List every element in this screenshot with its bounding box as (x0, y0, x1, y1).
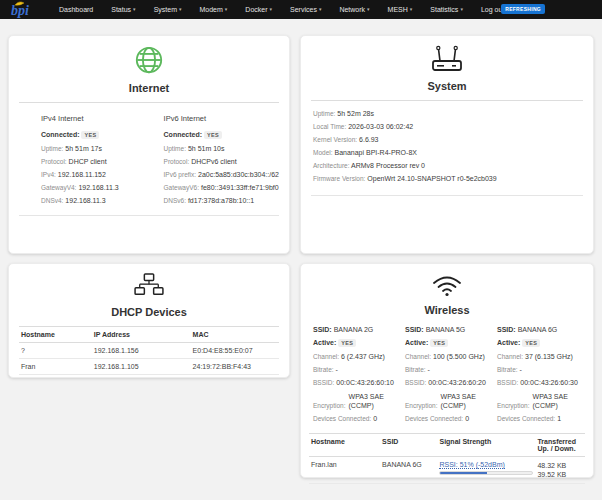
client-ssid: BANANA 6G (380, 457, 437, 484)
chevron-down-icon: ▾ (133, 0, 136, 19)
nav-item-modem[interactable]: Modem▾ (190, 0, 236, 19)
refreshing-toggle-button[interactable]: REFRESHING (501, 4, 545, 14)
bpi-logo[interactable]: bpi (10, 1, 44, 18)
client-signal-cell: RSSI: 51% (-52dBm) (437, 457, 535, 484)
devices-connected-value: 0 (373, 415, 377, 422)
table-row: Fran.lan BANANA 6G RSSI: 51% (-52dBm) 48… (309, 457, 585, 484)
ipv4-address: 192.168.11.152 (58, 171, 106, 178)
bitrate-value: - (428, 366, 430, 373)
globe-icon (134, 45, 164, 75)
system-card: System Uptime: 5h 52m 28s Local Time: 20… (300, 35, 594, 254)
client-hostname: Fran.lan (309, 457, 380, 484)
wireless-networks: SSID: BANANA 2G Active: YES Channel: 6 (… (301, 316, 593, 425)
bpi-logo-icon: bpi (10, 1, 44, 18)
channel-value: 37 (6.135 GHz) (525, 353, 573, 360)
encryption-value: WPA3 SAE (CCMP) (349, 392, 393, 410)
main-menu: Dashboard Status▾ System▾ Modem▾ Docker▾… (50, 0, 513, 19)
rssi-tooltip-text[interactable]: RSSI: 51% (-52dBm) (439, 461, 504, 469)
active-status-badge: YES (522, 339, 540, 347)
network-devices-icon (132, 273, 166, 299)
nav-item-status[interactable]: Status▾ (102, 0, 144, 19)
table-row: Fran 192.168.1.105 24:19:72:BB:F4:43 (19, 359, 279, 375)
ssid-value: BANANA 5G (426, 326, 466, 333)
column-header-signal: Signal Strength (437, 434, 535, 457)
signal-strength-bar-fill (440, 472, 487, 474)
nav-item-statistics[interactable]: Statistics▾ (421, 0, 472, 19)
bssid-value: 00:0C:43:26:60:10 (336, 379, 394, 386)
bssid-value: 00:0C:43:26:60:30 (520, 379, 578, 386)
system-local-time: 2026-03-03 06:02:42 (348, 123, 413, 130)
device-mac: 24:19:72:BB:F4:43 (191, 359, 279, 375)
device-hostname: Fran (19, 359, 92, 375)
column-header-mac: MAC (191, 327, 279, 343)
connected-status-badge: YES (204, 131, 222, 139)
router-icon (429, 45, 465, 73)
system-kernel-version: 6.6.93 (359, 136, 378, 143)
column-header-transferred: Transferred Up. / Down. (535, 434, 585, 457)
nav-item-dashboard[interactable]: Dashboard (50, 0, 102, 19)
connected-label: Connected: (41, 131, 80, 138)
ipv6-protocol: DHCPv6 client (191, 158, 237, 165)
device-hostname: ? (19, 343, 92, 359)
top-navbar: bpi Dashboard Status▾ System▾ Modem▾ Doc… (0, 0, 602, 19)
active-status-badge: YES (338, 339, 356, 347)
nav-item-system[interactable]: System▾ (145, 0, 191, 19)
ipv6-heading: IPv6 Internet (164, 111, 279, 126)
column-header-hostname: Hostname (19, 327, 92, 343)
ipv4-dns: 192.168.11.3 (65, 197, 105, 204)
ipv6-uptime: 5h 51m 10s (188, 145, 225, 152)
device-ip: 192.168.1.105 (92, 359, 191, 375)
ipv4-gateway: 192.168.11.3 (78, 184, 118, 191)
wireless-network-5g: SSID: BANANA 5G Active: YES Channel: 100… (401, 323, 493, 425)
internet-card-title: Internet (9, 82, 289, 94)
wireless-card-title: Wireless (301, 304, 593, 316)
bssid-value: 00:0C:43:26:60:20 (428, 379, 486, 386)
ipv4-protocol: DHCP client (69, 158, 107, 165)
ssid-value: BANANA 6G (518, 326, 558, 333)
system-architecture: ARMv8 Processor rev 0 (351, 162, 425, 169)
connected-label: Connected: (164, 131, 203, 138)
chevron-down-icon: ▾ (179, 0, 182, 19)
wireless-network-6g: SSID: BANANA 6G Active: YES Channel: 37 … (493, 323, 585, 425)
system-model: Bananapi BPI-R4-PRO-8X (334, 149, 416, 156)
nav-item-network[interactable]: Network▾ (330, 0, 378, 19)
ipv6-internet-section: IPv6 Internet Connected: YES Uptime: 5h … (142, 107, 279, 216)
dhcp-devices-table: Hostname IP Address MAC ? 192.168.1.156 … (19, 326, 279, 375)
nav-item-mesh[interactable]: MESH▾ (379, 0, 422, 19)
chevron-down-icon: ▾ (460, 0, 463, 19)
system-info-list: Uptime: 5h 52m 28s Local Time: 2026-03-0… (311, 101, 583, 196)
channel-value: 6 (2.437 GHz) (341, 353, 385, 360)
table-row: ? 192.168.1.156 E0:D4:E8:55:E0:07 (19, 343, 279, 359)
dhcp-card-title: DHCP Devices (9, 306, 289, 318)
column-header-hostname: Hostname (309, 434, 380, 457)
wireless-card: Wireless SSID: BANANA 2G Active: YES Cha… (300, 263, 594, 478)
device-ip: 192.168.1.156 (92, 343, 191, 359)
system-card-title: System (301, 80, 593, 92)
devices-connected-value: 1 (557, 415, 561, 422)
chevron-down-icon: ▾ (410, 0, 413, 19)
ipv4-heading: IPv4 Internet (41, 111, 142, 126)
client-transferred-cell: 48.32 KB 39.52 KB (535, 457, 585, 484)
chevron-down-icon: ▾ (319, 0, 322, 19)
internet-card: Internet IPv4 Internet Connected: YES Up… (8, 35, 290, 254)
signal-strength-bar (439, 471, 533, 475)
nav-item-services[interactable]: Services▾ (281, 0, 330, 19)
svg-text:bpi: bpi (11, 3, 29, 18)
channel-value: 100 (5.500 GHz) (433, 353, 485, 360)
system-firmware-version: OpenWrt 24.10-SNAPSHOT r0-5e2cb039 (367, 175, 496, 182)
column-header-ssid: SSID (380, 434, 437, 457)
system-uptime: 5h 52m 28s (337, 110, 374, 117)
nav-item-docker[interactable]: Docker▾ (236, 0, 281, 19)
wifi-icon (431, 273, 463, 297)
transferred-up: 48.32 KB (537, 461, 583, 470)
bitrate-value: - (520, 366, 522, 373)
chevron-down-icon: ▾ (367, 0, 370, 19)
active-status-badge: YES (430, 339, 448, 347)
encryption-value: WPA3 SAE (CCMP) (533, 392, 577, 410)
bitrate-value: - (336, 366, 338, 373)
dhcp-devices-card: DHCP Devices Hostname IP Address MAC ? 1… (8, 263, 290, 378)
ssid-value: BANANA 2G (334, 326, 374, 333)
transferred-down: 39.52 KB (537, 470, 583, 479)
connected-status-badge: YES (81, 131, 99, 139)
ipv6-dns: fd17:378d:a78b:10::1 (188, 197, 254, 204)
